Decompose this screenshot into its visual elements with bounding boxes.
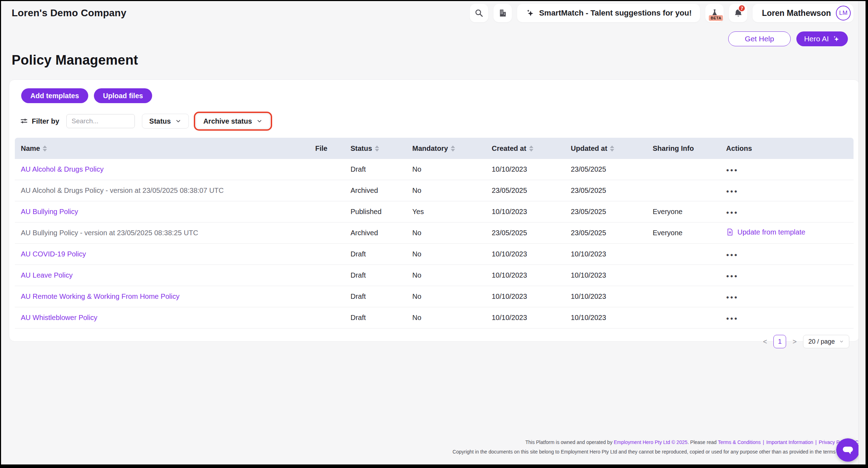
page-title: Policy Management (12, 53, 138, 68)
policy-mandatory: No (406, 292, 486, 301)
table-row: AU Alcohol & Drugs Policy - version at 2… (15, 180, 854, 201)
add-templates-button[interactable]: Add templates (21, 88, 88, 103)
row-actions-menu-button[interactable]: ●●● (726, 188, 738, 194)
policy-status: Draft (345, 292, 406, 301)
policy-created-at: 10/10/2023 (486, 271, 565, 279)
footer-line-1: This Platform is owned and operated by E… (453, 439, 866, 445)
chevron-down-icon (175, 118, 181, 124)
policy-created-at: 10/10/2023 (486, 314, 565, 322)
sort-icon[interactable] (610, 146, 614, 152)
row-actions-menu-button[interactable]: ●●● (726, 315, 738, 321)
pagination-prev-button[interactable]: < (762, 338, 769, 346)
terms-conditions-link[interactable]: Terms & Conditions (718, 439, 761, 445)
policy-name[interactable]: AU Leave Policy (15, 271, 309, 279)
column-label: File (315, 144, 327, 153)
document-upload-icon (726, 228, 734, 236)
avatar: LM (836, 6, 851, 20)
pagination-page-1[interactable]: 1 (773, 335, 786, 348)
policy-actions-cell: ●●● (720, 314, 854, 322)
sort-icon[interactable] (375, 146, 379, 152)
employment-hero-link[interactable]: Employment Hero Pty Ltd © 2025 (614, 439, 688, 445)
get-help-label: Get Help (745, 35, 774, 43)
filter-by-label: Filter by (32, 117, 59, 125)
hero-ai-button[interactable]: Hero AI (796, 31, 848, 46)
row-actions-menu-button[interactable]: ●●● (726, 294, 738, 300)
sort-icon[interactable] (529, 146, 533, 152)
global-search-button[interactable] (470, 4, 488, 22)
table-row: AU Bullying Policy Published Yes 10/10/2… (15, 201, 854, 223)
column-label: Created at (492, 144, 526, 153)
notifications-button[interactable]: 7 (729, 4, 747, 22)
row-actions-menu-button[interactable]: ●●● (726, 252, 738, 257)
chat-widget-button[interactable] (836, 438, 860, 462)
update-from-template-label: Update from template (737, 228, 805, 236)
policy-actions-cell: ●●● (720, 271, 854, 279)
upload-files-label: Upload files (103, 92, 143, 100)
policy-status: Draft (345, 271, 406, 279)
archive-status-filter-label: Archive status (203, 117, 252, 125)
table-row: AU Remote Working & Working From Home Po… (15, 286, 854, 307)
chat-bubble-icon (841, 443, 855, 457)
sort-icon[interactable] (451, 146, 455, 152)
policy-name[interactable]: AU COVID-19 Policy (15, 250, 309, 258)
table-row: AU Alcohol & Drugs Policy Draft No 10/10… (15, 159, 854, 180)
page-size-select[interactable]: 20 / page (803, 335, 849, 348)
table-row: AU Leave Policy Draft No 10/10/2023 10/1… (15, 265, 854, 286)
column-header-status[interactable]: Status (345, 144, 406, 153)
policy-actions-cell: ●●● (720, 250, 854, 258)
row-actions-menu-button[interactable]: ●●● (726, 209, 738, 215)
upload-files-button[interactable]: Upload files (94, 88, 152, 103)
policy-name[interactable]: AU Alcohol & Drugs Policy (15, 165, 309, 173)
policy-status: Draft (345, 165, 406, 173)
footer-line-2: Copyright in the documents on this site … (453, 449, 866, 455)
policy-updated-at: 10/10/2023 (565, 292, 647, 301)
search-input[interactable] (66, 114, 135, 128)
organisation-switcher-button[interactable] (493, 4, 512, 22)
update-from-template-link[interactable]: Update from template (726, 228, 805, 236)
row-actions-menu-button[interactable]: ●●● (726, 273, 738, 279)
column-header-mandatory[interactable]: Mandatory (406, 144, 486, 153)
column-label: Sharing Info (653, 144, 694, 153)
scrollbar[interactable] (858, 1, 866, 464)
important-information-link[interactable]: Important Information (766, 439, 813, 445)
policy-name[interactable]: AU Bullying Policy (15, 208, 309, 216)
table-row: AU Bullying Policy - version at 23/05/20… (15, 223, 854, 244)
policy-mandatory: No (406, 229, 486, 237)
policy-name: AU Bullying Policy - version at 23/05/20… (15, 229, 309, 237)
policy-actions-cell: ●●● (720, 292, 854, 301)
filter-by: Filter by (20, 117, 59, 125)
column-header-updated-at[interactable]: Updated at (565, 144, 647, 153)
policy-table-rows: AU Alcohol & Drugs Policy Draft No 10/10… (15, 159, 854, 328)
status-filter-dropdown[interactable]: Status (142, 114, 189, 129)
archive-status-filter-dropdown[interactable]: Archive status (196, 114, 270, 129)
policy-name[interactable]: AU Remote Working & Working From Home Po… (15, 292, 309, 301)
policy-created-at: 10/10/2023 (486, 208, 565, 216)
column-label: Name (21, 144, 40, 153)
pagination-next-button[interactable]: > (791, 338, 798, 346)
search-icon (474, 8, 484, 18)
get-help-button[interactable]: Get Help (728, 31, 791, 46)
policy-mandatory: No (406, 314, 486, 322)
row-actions-menu-button[interactable]: ●●● (726, 167, 738, 173)
column-label: Actions (726, 144, 752, 153)
beta-labs-button[interactable]: BETA (705, 4, 724, 22)
notification-count-badge: 7 (738, 5, 746, 12)
policy-actions-cell: ●●● (720, 165, 854, 173)
app-viewport: Loren's Demo Company SmartMatch - Talent… (1, 1, 866, 464)
column-header-name[interactable]: Name (15, 144, 309, 153)
policy-name: AU Alcohol & Drugs Policy - version at 2… (15, 186, 309, 195)
column-header-actions: Actions (720, 144, 854, 153)
sort-icon[interactable] (43, 146, 47, 152)
policy-table-header: NameFileStatusMandatoryCreated atUpdated… (15, 138, 854, 159)
topbar: Loren's Demo Company SmartMatch - Talent… (12, 4, 854, 22)
column-label: Mandatory (412, 144, 448, 153)
hero-ai-label: Hero AI (804, 35, 829, 43)
smartmatch-button[interactable]: SmartMatch - Talent suggestions for you! (517, 4, 700, 22)
column-header-created-at[interactable]: Created at (486, 144, 565, 153)
user-name: Loren Mathewson (762, 8, 831, 18)
policy-created-at: 10/10/2023 (486, 250, 565, 258)
policy-name[interactable]: AU Whistleblower Policy (15, 314, 309, 322)
user-menu[interactable]: Loren Mathewson LM (753, 4, 854, 22)
sparkle-icon (526, 8, 535, 18)
policy-table: NameFileStatusMandatoryCreated atUpdated… (15, 138, 854, 355)
